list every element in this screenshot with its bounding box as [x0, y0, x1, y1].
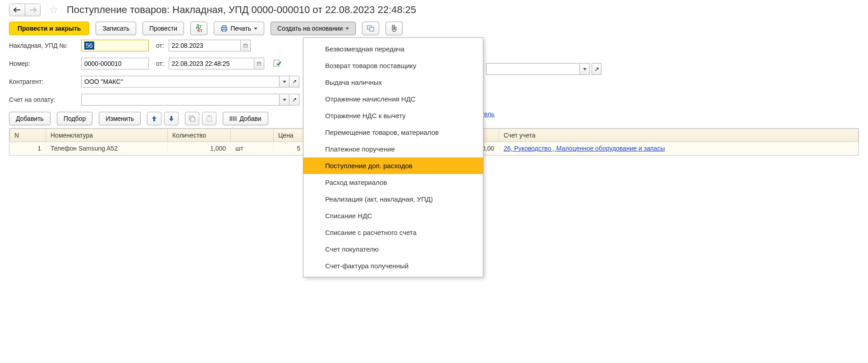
number-label: Номер:: [9, 60, 77, 67]
svg-rect-2: [222, 29, 226, 31]
paperclip-icon: [391, 25, 397, 32]
right-combo-dropdown[interactable]: [579, 64, 589, 74]
from-label-1: от:: [156, 42, 164, 49]
add-by-barcode-button[interactable]: Добави: [223, 112, 268, 125]
payment-open-button[interactable]: ↗: [289, 94, 299, 105]
calendar-icon: [243, 43, 248, 48]
posted-icon: [273, 60, 281, 68]
chevron-down-icon: [345, 28, 349, 30]
col-n[interactable]: N: [10, 129, 46, 142]
pick-button[interactable]: Подбор: [57, 112, 92, 125]
contragent-label: Контрагент:: [9, 78, 77, 85]
contragent-dropdown-button[interactable]: [279, 76, 289, 87]
col-price[interactable]: Цена: [274, 129, 305, 142]
payment-account-input[interactable]: [82, 94, 279, 105]
copy-button[interactable]: [185, 112, 199, 125]
right-combo[interactable]: [486, 63, 590, 75]
create-based-dropdown: Безвозмездная передачаВозврат товаров по…: [303, 37, 483, 156]
payment-dropdown-button[interactable]: [279, 94, 289, 105]
print-label: Печать: [230, 25, 251, 32]
print-button[interactable]: Печать: [214, 22, 264, 35]
account-link[interactable]: 26, Руководство , Малоценное оборудовани…: [504, 145, 665, 152]
nav-back-button[interactable]: [9, 4, 25, 16]
right-combo-open[interactable]: ↗: [592, 63, 602, 75]
dropdown-item[interactable]: Отражение начисления НДС: [303, 91, 483, 107]
contragent-input[interactable]: [82, 76, 279, 87]
col-nomen[interactable]: Номенклатура: [46, 129, 168, 142]
arrow-right-icon: [29, 7, 37, 13]
payment-account-combo[interactable]: ↗: [81, 94, 299, 106]
col-qty[interactable]: Количество: [168, 129, 231, 142]
add-row-button[interactable]: Добавить: [9, 112, 51, 125]
dropdown-item[interactable]: Отражение НДС к вычету: [303, 107, 483, 124]
contragent-combo[interactable]: ↗: [81, 76, 299, 87]
dropdown-item[interactable]: Безвозмездная передача: [303, 41, 483, 57]
calendar-icon: [257, 61, 261, 66]
link-docs-icon: [367, 25, 374, 32]
paste-button[interactable]: [202, 112, 216, 125]
move-up-button[interactable]: [147, 112, 161, 125]
svg-rect-11: [208, 115, 210, 117]
contragent-open-button[interactable]: ↗: [289, 76, 299, 87]
page-title: Поступление товаров: Накладная, УПД 0000…: [67, 4, 416, 16]
dropdown-item[interactable]: Платежное поручение: [303, 141, 483, 156]
dropdown-item[interactable]: Возврат товаров поставщику: [303, 57, 483, 74]
printer-icon: [220, 25, 228, 32]
arrow-up-icon: [152, 115, 157, 122]
arrow-down-icon: [169, 115, 174, 122]
paste-icon: [206, 115, 212, 122]
dtkt-icon: ДтКт: [196, 24, 202, 32]
move-down-button[interactable]: [164, 112, 179, 125]
add-by-barcode-label: Добави: [239, 115, 261, 122]
svg-rect-5: [244, 44, 248, 47]
date-picker-button-2[interactable]: [254, 58, 264, 69]
payment-account-label: Счет на оплату:: [9, 96, 77, 103]
save-button[interactable]: Записать: [96, 22, 136, 35]
col-account[interactable]: Счет учета: [499, 129, 859, 142]
copy-icon: [189, 115, 195, 122]
svg-rect-9: [191, 117, 195, 121]
doc-number-input[interactable]: [81, 58, 149, 69]
col-unit[interactable]: [231, 129, 274, 142]
edit-row-button[interactable]: Изменить: [99, 112, 141, 125]
create-based-button[interactable]: Создать на основании: [271, 22, 356, 35]
chevron-down-icon: [254, 28, 257, 30]
nav-forward-button[interactable]: [25, 4, 40, 16]
related-docs-button[interactable]: [362, 22, 379, 35]
from-label-2: от:: [156, 60, 164, 67]
svg-rect-1: [222, 26, 226, 28]
invoice-number-label: Накладная, УПД №:: [9, 42, 77, 49]
doc-datetime-input[interactable]: [169, 58, 254, 69]
svg-rect-4: [370, 28, 374, 31]
invoice-number-input[interactable]: 56: [81, 40, 149, 51]
post-and-close-button[interactable]: Провести и закрыть: [9, 22, 89, 35]
dtkt-button[interactable]: ДтКт: [190, 22, 207, 35]
dropdown-item[interactable]: Перемещение товаров, материалов: [303, 124, 483, 141]
date-picker-button-1[interactable]: [241, 40, 251, 51]
favorite-icon[interactable]: ☆: [49, 4, 59, 16]
attachments-button[interactable]: [386, 22, 403, 35]
barcode-icon: [230, 116, 237, 121]
svg-rect-6: [257, 62, 261, 65]
dropdown-item[interactable]: Выдача наличных: [303, 74, 483, 91]
create-based-label: Создать на основании: [277, 25, 343, 32]
post-button[interactable]: Провести: [142, 22, 184, 35]
invoice-date-input[interactable]: [169, 40, 241, 51]
arrow-left-icon: [14, 7, 21, 13]
right-combo-input[interactable]: [487, 64, 579, 74]
